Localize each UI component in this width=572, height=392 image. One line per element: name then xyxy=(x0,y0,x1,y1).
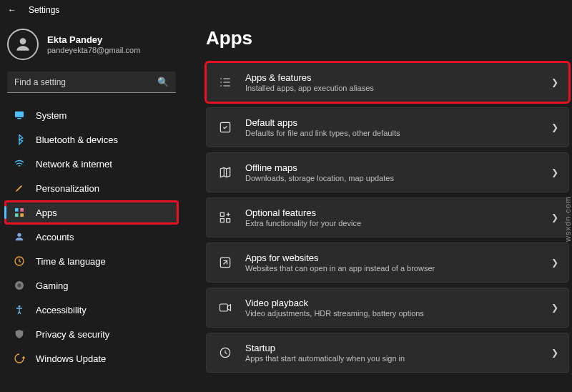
sidebar-item-gaming[interactable]: Gaming xyxy=(0,273,183,298)
avatar xyxy=(7,29,39,60)
nav-label: Accessibility xyxy=(36,305,87,315)
card-video-playback[interactable]: Video playback Video adjustments, HDR st… xyxy=(206,288,569,328)
profile-text: Ekta Pandey pandeyekta78@gmail.com xyxy=(47,34,140,54)
defaults-icon xyxy=(217,120,234,134)
card-apps-websites[interactable]: Apps for websites Websites that can open… xyxy=(206,242,569,283)
card-text: Optional features Extra functionality fo… xyxy=(245,207,551,227)
card-optional-features[interactable]: Optional features Extra functionality fo… xyxy=(206,197,569,237)
sidebar-item-apps[interactable]: Apps xyxy=(4,200,179,225)
sidebar-item-privacy[interactable]: Privacy & security xyxy=(0,322,183,346)
card-title: Apps & features xyxy=(245,72,551,83)
clock-icon xyxy=(13,255,26,267)
svg-rect-1 xyxy=(15,112,24,117)
startup-icon xyxy=(217,346,234,360)
profile-name: Ekta Pandey xyxy=(47,34,140,45)
gaming-icon xyxy=(13,280,26,291)
sidebar-item-personalization[interactable]: Personalization xyxy=(0,176,183,200)
card-subtitle: Video adjustments, HDR streaming, batter… xyxy=(245,309,551,318)
wifi-icon xyxy=(13,158,26,170)
nav-label: Windows Update xyxy=(36,353,106,364)
svg-point-10 xyxy=(17,283,21,287)
sidebar-item-network[interactable]: Network & internet xyxy=(0,152,183,176)
card-apps-features[interactable]: Apps & features Installed apps, app exec… xyxy=(206,62,569,102)
nav-label: Accounts xyxy=(36,232,74,242)
video-icon xyxy=(217,300,234,315)
update-icon xyxy=(13,353,26,364)
card-text: Apps for websites Websites that can open… xyxy=(245,253,551,273)
card-title: Offline maps xyxy=(245,162,551,173)
svg-point-0 xyxy=(20,38,26,44)
sidebar-item-bluetooth[interactable]: Bluetooth & devices xyxy=(0,127,183,152)
sidebar-item-accessibility[interactable]: Accessibility xyxy=(0,298,183,322)
svg-rect-17 xyxy=(220,304,228,311)
svg-rect-13 xyxy=(220,212,224,216)
card-subtitle: Extra functionality for your device xyxy=(245,219,551,227)
bluetooth-icon xyxy=(13,134,26,145)
nav-label: Time & language xyxy=(36,256,106,267)
card-text: Default apps Defaults for file and link … xyxy=(245,117,551,137)
search-box[interactable]: 🔍 xyxy=(7,72,176,93)
system-icon xyxy=(13,109,26,121)
shield-icon xyxy=(13,328,26,340)
accessibility-icon xyxy=(13,304,26,315)
brush-icon xyxy=(13,182,26,194)
svg-rect-12 xyxy=(220,122,230,132)
card-title: Video playback xyxy=(245,298,551,308)
card-subtitle: Defaults for file and link types, other … xyxy=(245,129,551,137)
plus-grid-icon xyxy=(217,210,234,225)
card-startup[interactable]: Startup Apps that start automatically wh… xyxy=(206,333,569,373)
svg-rect-3 xyxy=(15,208,19,212)
card-subtitle: Installed apps, app execution aliases xyxy=(245,84,551,92)
back-button[interactable]: ← xyxy=(6,5,19,15)
chevron-right-icon: ❯ xyxy=(551,348,558,358)
card-text: Startup Apps that start automatically wh… xyxy=(245,343,551,363)
card-offline-maps[interactable]: Offline maps Downloads, storage location… xyxy=(206,152,569,192)
sidebar-item-system[interactable]: System xyxy=(0,103,183,127)
svg-point-11 xyxy=(19,305,21,308)
card-text: Apps & features Installed apps, app exec… xyxy=(245,72,551,92)
main-layout: Ekta Pandey pandeyekta78@gmail.com 🔍 Sys… xyxy=(0,20,572,392)
card-subtitle: Apps that start automatically when you s… xyxy=(245,354,551,363)
svg-rect-5 xyxy=(15,213,19,217)
profile-block[interactable]: Ekta Pandey pandeyekta78@gmail.com xyxy=(0,24,183,72)
card-text: Offline maps Downloads, storage location… xyxy=(245,162,551,182)
svg-rect-14 xyxy=(220,219,224,222)
chevron-right-icon: ❯ xyxy=(551,303,558,313)
nav-label: Gaming xyxy=(36,280,69,291)
svg-rect-6 xyxy=(20,213,24,217)
chevron-right-icon: ❯ xyxy=(551,212,558,222)
chevron-right-icon: ❯ xyxy=(551,258,558,268)
card-default-apps[interactable]: Default apps Defaults for file and link … xyxy=(206,107,569,147)
card-subtitle: Downloads, storage location, map updates xyxy=(245,174,551,182)
sidebar-item-time[interactable]: Time & language xyxy=(0,249,183,273)
link-icon xyxy=(217,255,234,270)
sidebar: Ekta Pandey pandeyekta78@gmail.com 🔍 Sys… xyxy=(0,20,183,392)
card-title: Optional features xyxy=(245,207,551,218)
accounts-icon xyxy=(13,231,26,242)
person-icon xyxy=(14,35,32,54)
window-title: Settings xyxy=(29,5,59,15)
title-bar: ← Settings xyxy=(0,0,572,20)
search-input[interactable] xyxy=(14,77,157,87)
profile-email: pandeyekta78@gmail.com xyxy=(47,46,140,54)
svg-point-7 xyxy=(17,233,21,237)
card-title: Startup xyxy=(245,343,551,353)
chevron-right-icon: ❯ xyxy=(551,122,558,132)
nav-label: Bluetooth & devices xyxy=(36,134,118,145)
card-text: Video playback Video adjustments, HDR st… xyxy=(245,298,551,318)
svg-rect-4 xyxy=(20,208,24,212)
watermark: wsxdn.com xyxy=(563,196,572,242)
page-title: Apps xyxy=(206,27,569,49)
nav-label: Privacy & security xyxy=(36,329,109,340)
sidebar-item-accounts[interactable]: Accounts xyxy=(0,225,183,249)
card-subtitle: Websites that can open in an app instead… xyxy=(245,264,551,273)
sidebar-item-update[interactable]: Windows Update xyxy=(0,346,183,371)
card-title: Default apps xyxy=(245,117,551,128)
card-title: Apps for websites xyxy=(245,253,551,263)
content-area: Apps Apps & features Installed apps, app… xyxy=(183,20,572,392)
map-icon xyxy=(217,165,234,180)
chevron-right-icon: ❯ xyxy=(551,167,558,177)
nav-label: System xyxy=(36,110,66,121)
nav-label: Apps xyxy=(36,207,57,218)
svg-rect-2 xyxy=(17,118,21,119)
